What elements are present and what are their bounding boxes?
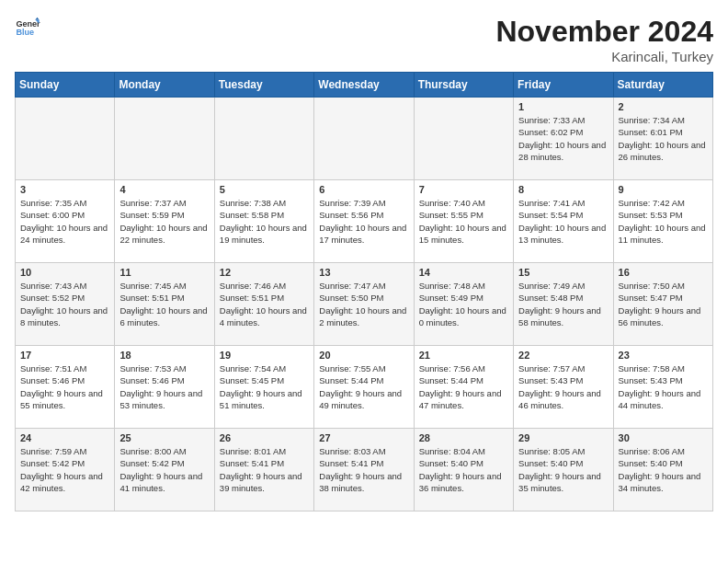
- logo-icon: General Blue: [15, 15, 40, 40]
- logo: General Blue: [15, 15, 40, 40]
- day-number: 9: [619, 184, 708, 195]
- day-number: 16: [619, 267, 708, 278]
- calendar-cell: 4Sunrise: 7:37 AMSunset: 5:59 PMDaylight…: [115, 180, 214, 263]
- day-number: 7: [419, 184, 508, 195]
- calendar-cell: 16Sunrise: 7:50 AMSunset: 5:47 PMDayligh…: [613, 263, 712, 346]
- calendar-cell: 11Sunrise: 7:45 AMSunset: 5:51 PMDayligh…: [115, 263, 214, 346]
- calendar-cell: [16, 98, 115, 180]
- day-info: Sunrise: 7:38 AMSunset: 5:58 PMDaylight:…: [220, 197, 309, 246]
- day-number: 21: [419, 350, 508, 361]
- weekday-header-sunday: Sunday: [16, 73, 115, 98]
- calendar-cell: 17Sunrise: 7:51 AMSunset: 5:46 PMDayligh…: [16, 346, 115, 429]
- day-info: Sunrise: 7:51 AMSunset: 5:46 PMDaylight:…: [20, 362, 109, 411]
- day-info: Sunrise: 7:33 AMSunset: 6:02 PMDaylight:…: [518, 114, 608, 163]
- calendar-cell: 12Sunrise: 7:46 AMSunset: 5:51 PMDayligh…: [214, 263, 313, 346]
- day-number: 6: [319, 184, 408, 195]
- calendar-table: SundayMondayTuesdayWednesdayThursdayFrid…: [15, 72, 713, 511]
- day-info: Sunrise: 7:48 AMSunset: 5:49 PMDaylight:…: [419, 280, 508, 328]
- calendar-cell: 22Sunrise: 7:57 AMSunset: 5:43 PMDayligh…: [514, 346, 613, 429]
- calendar-cell: 19Sunrise: 7:54 AMSunset: 5:45 PMDayligh…: [214, 346, 313, 429]
- calendar-cell: 24Sunrise: 7:59 AMSunset: 5:42 PMDayligh…: [16, 429, 115, 511]
- weekday-header-saturday: Saturday: [613, 73, 712, 98]
- day-number: 20: [319, 350, 408, 361]
- calendar-cell: 14Sunrise: 7:48 AMSunset: 5:49 PMDayligh…: [414, 263, 513, 346]
- day-info: Sunrise: 7:42 AMSunset: 5:53 PMDaylight:…: [619, 197, 708, 246]
- calendar-cell: 7Sunrise: 7:40 AMSunset: 5:55 PMDaylight…: [414, 180, 513, 263]
- weekday-header-friday: Friday: [514, 73, 613, 98]
- day-info: Sunrise: 8:03 AMSunset: 5:41 PMDaylight:…: [319, 445, 408, 494]
- day-number: 10: [20, 267, 109, 278]
- day-number: 15: [518, 267, 608, 278]
- day-number: 8: [518, 184, 608, 195]
- calendar-cell: 23Sunrise: 7:58 AMSunset: 5:43 PMDayligh…: [613, 346, 712, 429]
- day-info: Sunrise: 8:06 AMSunset: 5:40 PMDaylight:…: [619, 445, 708, 494]
- day-number: 27: [319, 432, 408, 443]
- day-info: Sunrise: 8:04 AMSunset: 5:40 PMDaylight:…: [419, 445, 508, 494]
- day-number: 12: [220, 267, 309, 278]
- day-number: 24: [20, 432, 109, 443]
- calendar-cell: 13Sunrise: 7:47 AMSunset: 5:50 PMDayligh…: [314, 263, 414, 346]
- month-title: November 2024: [495, 15, 713, 49]
- day-info: Sunrise: 7:39 AMSunset: 5:56 PMDaylight:…: [319, 197, 408, 246]
- day-info: Sunrise: 7:41 AMSunset: 5:54 PMDaylight:…: [518, 197, 608, 246]
- day-info: Sunrise: 7:49 AMSunset: 5:48 PMDaylight:…: [518, 280, 608, 328]
- calendar-cell: [115, 98, 214, 180]
- calendar-cell: 10Sunrise: 7:43 AMSunset: 5:52 PMDayligh…: [16, 263, 115, 346]
- day-info: Sunrise: 7:40 AMSunset: 5:55 PMDaylight:…: [419, 197, 508, 246]
- calendar-cell: 6Sunrise: 7:39 AMSunset: 5:56 PMDaylight…: [314, 180, 414, 263]
- weekday-header-monday: Monday: [115, 73, 214, 98]
- day-info: Sunrise: 7:34 AMSunset: 6:01 PMDaylight:…: [619, 114, 708, 163]
- calendar-cell: 20Sunrise: 7:55 AMSunset: 5:44 PMDayligh…: [314, 346, 414, 429]
- day-info: Sunrise: 7:57 AMSunset: 5:43 PMDaylight:…: [518, 362, 608, 411]
- day-info: Sunrise: 7:50 AMSunset: 5:47 PMDaylight:…: [619, 280, 708, 328]
- calendar-cell: 21Sunrise: 7:56 AMSunset: 5:44 PMDayligh…: [414, 346, 513, 429]
- day-info: Sunrise: 7:37 AMSunset: 5:59 PMDaylight:…: [119, 197, 209, 246]
- day-number: 2: [619, 101, 708, 112]
- day-number: 3: [20, 184, 109, 195]
- calendar-cell: 15Sunrise: 7:49 AMSunset: 5:48 PMDayligh…: [514, 263, 613, 346]
- svg-text:Blue: Blue: [16, 28, 34, 37]
- location: Karincali, Turkey: [495, 49, 713, 64]
- calendar-cell: 18Sunrise: 7:53 AMSunset: 5:46 PMDayligh…: [115, 346, 214, 429]
- day-info: Sunrise: 7:54 AMSunset: 5:45 PMDaylight:…: [220, 362, 309, 411]
- day-info: Sunrise: 7:55 AMSunset: 5:44 PMDaylight:…: [319, 362, 408, 411]
- day-info: Sunrise: 7:35 AMSunset: 6:00 PMDaylight:…: [20, 197, 109, 246]
- calendar-cell: 29Sunrise: 8:05 AMSunset: 5:40 PMDayligh…: [514, 429, 613, 511]
- calendar-cell: 30Sunrise: 8:06 AMSunset: 5:40 PMDayligh…: [613, 429, 712, 511]
- day-number: 25: [119, 432, 209, 443]
- day-number: 23: [619, 350, 708, 361]
- day-number: 11: [119, 267, 209, 278]
- weekday-header-tuesday: Tuesday: [214, 73, 313, 98]
- calendar-cell: 5Sunrise: 7:38 AMSunset: 5:58 PMDaylight…: [214, 180, 313, 263]
- title-area: November 2024 Karincali, Turkey: [495, 15, 713, 64]
- calendar-cell: 28Sunrise: 8:04 AMSunset: 5:40 PMDayligh…: [414, 429, 513, 511]
- day-number: 5: [220, 184, 309, 195]
- calendar-cell: 26Sunrise: 8:01 AMSunset: 5:41 PMDayligh…: [214, 429, 313, 511]
- calendar-cell: 27Sunrise: 8:03 AMSunset: 5:41 PMDayligh…: [314, 429, 414, 511]
- calendar-cell: 9Sunrise: 7:42 AMSunset: 5:53 PMDaylight…: [613, 180, 712, 263]
- day-info: Sunrise: 7:45 AMSunset: 5:51 PMDaylight:…: [119, 280, 209, 328]
- day-info: Sunrise: 7:43 AMSunset: 5:52 PMDaylight:…: [20, 280, 109, 328]
- calendar-cell: [214, 98, 313, 180]
- day-info: Sunrise: 7:46 AMSunset: 5:51 PMDaylight:…: [220, 280, 309, 328]
- calendar-cell: 3Sunrise: 7:35 AMSunset: 6:00 PMDaylight…: [16, 180, 115, 263]
- day-number: 28: [419, 432, 508, 443]
- calendar-cell: 2Sunrise: 7:34 AMSunset: 6:01 PMDaylight…: [613, 98, 712, 180]
- day-number: 30: [619, 432, 708, 443]
- day-number: 29: [518, 432, 608, 443]
- day-number: 19: [220, 350, 309, 361]
- day-info: Sunrise: 8:00 AMSunset: 5:42 PMDaylight:…: [119, 445, 209, 494]
- weekday-header-thursday: Thursday: [414, 73, 513, 98]
- page-header: General Blue November 2024 Karincali, Tu…: [15, 15, 713, 64]
- calendar-cell: [414, 98, 513, 180]
- day-number: 18: [119, 350, 209, 361]
- day-number: 26: [220, 432, 309, 443]
- day-number: 22: [518, 350, 608, 361]
- day-info: Sunrise: 7:59 AMSunset: 5:42 PMDaylight:…: [20, 445, 109, 494]
- calendar-cell: 8Sunrise: 7:41 AMSunset: 5:54 PMDaylight…: [514, 180, 613, 263]
- day-info: Sunrise: 7:56 AMSunset: 5:44 PMDaylight:…: [419, 362, 508, 411]
- day-number: 14: [419, 267, 508, 278]
- day-info: Sunrise: 7:53 AMSunset: 5:46 PMDaylight:…: [119, 362, 209, 411]
- calendar-cell: 25Sunrise: 8:00 AMSunset: 5:42 PMDayligh…: [115, 429, 214, 511]
- calendar-cell: [314, 98, 414, 180]
